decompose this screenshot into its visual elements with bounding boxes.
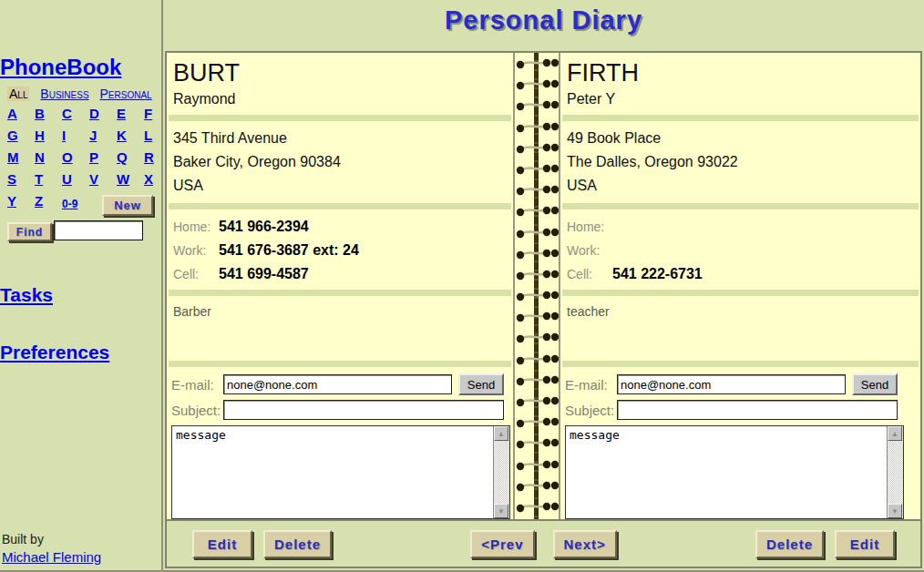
alpha-letter-Z[interactable]: Z <box>35 193 43 215</box>
divider <box>169 203 511 209</box>
filter-personal[interactable]: Personal <box>100 87 152 101</box>
alpha-letter-M[interactable]: M <box>7 149 19 171</box>
sidebar-item-tasks[interactable]: Tasks <box>0 284 53 306</box>
occupation-block: Barber <box>167 296 513 361</box>
email-label: E-mail: <box>171 377 223 393</box>
occupation-block: teacher <box>560 296 920 361</box>
address-line: USA <box>567 174 920 198</box>
send-button[interactable]: Send <box>852 373 898 395</box>
alpha-letter-L[interactable]: L <box>144 128 152 149</box>
subject-row: Subject: <box>560 398 901 422</box>
delete-button-right[interactable]: Delete <box>755 530 824 558</box>
email-field[interactable] <box>223 374 452 394</box>
cell-value: 541 699-4587 <box>219 266 309 282</box>
alpha-letter-N[interactable]: N <box>35 149 45 171</box>
alpha-letter-Y[interactable]: Y <box>7 193 16 215</box>
scroll-up-icon[interactable]: ▲ <box>494 426 508 441</box>
address-line: 345 Third Avenue <box>173 127 513 150</box>
alpha-letter-Q[interactable]: Q <box>117 149 128 171</box>
address-block: 49 Book Place The Dalles, Oregon 93022 U… <box>560 121 920 203</box>
alpha-letter-0-9[interactable]: 0-9 <box>62 198 77 210</box>
divider <box>562 361 919 367</box>
work-value: 541 676-3687 ext: 24 <box>219 242 359 259</box>
find-button[interactable]: Find <box>7 222 52 241</box>
address-block: 345 Third Avenue Baker City, Oregon 9038… <box>167 121 513 203</box>
alpha-letter-C[interactable]: C <box>62 106 72 128</box>
address-line: The Dalles, Oregon 93022 <box>567 150 920 174</box>
alpha-letter-A[interactable]: A <box>7 106 17 128</box>
alpha-letter-R[interactable]: R <box>144 149 154 171</box>
spiral-ring <box>515 306 559 327</box>
spiral-ring <box>515 53 559 74</box>
alpha-letter-U[interactable]: U <box>62 171 72 193</box>
alpha-letter-B[interactable]: B <box>35 106 45 128</box>
occupation: Barber <box>173 304 211 319</box>
alpha-letter-K[interactable]: K <box>117 128 127 149</box>
last-name: FIRTH <box>560 53 920 87</box>
message-text: message <box>172 426 509 444</box>
scroll-down-icon[interactable]: ▼ <box>888 504 902 518</box>
subject-field[interactable] <box>223 400 504 420</box>
prev-button[interactable]: <Prev <box>470 530 534 558</box>
filter-bar: All Business Personal <box>7 87 159 101</box>
alpha-letter-X[interactable]: X <box>144 171 153 193</box>
scroll-up-icon[interactable]: ▲ <box>888 426 902 441</box>
scroll-down-icon[interactable]: ▼ <box>494 504 508 518</box>
alpha-letter-S[interactable]: S <box>7 171 16 193</box>
spiral-ring <box>515 243 559 264</box>
message-text: message <box>566 426 903 444</box>
scrollbar[interactable]: ▲ ▼ <box>493 426 509 518</box>
alpha-letter-I[interactable]: I <box>62 128 66 149</box>
email-label: E-mail: <box>565 377 617 393</box>
next-button[interactable]: Next> <box>553 530 617 558</box>
filter-business[interactable]: Business <box>40 87 88 101</box>
divider <box>562 203 919 209</box>
alpha-letter-H[interactable]: H <box>35 128 45 149</box>
find-input[interactable] <box>54 220 143 240</box>
home-value: 541 966-2394 <box>219 219 309 235</box>
spiral-ring <box>515 496 559 517</box>
scrollbar[interactable]: ▲ ▼ <box>887 426 903 518</box>
alpha-letter-P[interactable]: P <box>89 149 98 171</box>
subject-field[interactable] <box>617 400 898 420</box>
alpha-letter-T[interactable]: T <box>35 171 43 193</box>
alpha-letter-O[interactable]: O <box>62 149 73 171</box>
spiral-ring <box>515 264 559 285</box>
home-label: Home: <box>567 220 612 234</box>
alpha-letter-G[interactable]: G <box>7 128 18 149</box>
edit-button-right[interactable]: Edit <box>835 530 895 558</box>
alpha-letter-W[interactable]: W <box>117 171 129 193</box>
divider <box>169 361 511 367</box>
filter-all[interactable]: All <box>7 87 29 101</box>
spiral-ring <box>515 327 559 348</box>
alpha-letter-F[interactable]: F <box>144 106 152 128</box>
spiral-ring <box>515 200 559 221</box>
spiral-ring <box>515 285 559 306</box>
phone-block: Home: Work: Cell: 541 222-6731 <box>560 209 920 290</box>
alpha-letter-V[interactable]: V <box>89 171 98 193</box>
new-button[interactable]: New <box>102 195 153 216</box>
spiral-ring <box>515 391 559 412</box>
delete-button-left[interactable]: Delete <box>263 530 332 558</box>
toolbar-right-half: Next> Delete Edit <box>548 530 921 558</box>
edit-button-left[interactable]: Edit <box>192 530 252 558</box>
message-textarea[interactable]: message ▲ ▼ <box>565 425 904 519</box>
spiral-ring <box>515 475 559 496</box>
subject-label: Subject: <box>171 403 223 418</box>
alpha-letter-E[interactable]: E <box>117 106 126 128</box>
alpha-letter-J[interactable]: J <box>89 128 97 149</box>
alpha-letter-D[interactable]: D <box>89 106 99 128</box>
phonebook-link[interactable]: PhoneBook <box>0 55 121 80</box>
home-label: Home: <box>173 220 219 234</box>
work-label: Work: <box>567 243 612 258</box>
sidebar-item-preferences[interactable]: Preferences <box>0 342 109 363</box>
message-textarea[interactable]: message ▲ ▼ <box>171 425 510 519</box>
email-field[interactable] <box>617 374 846 394</box>
first-name: Peter Y <box>560 87 920 115</box>
author-link[interactable]: Michael Fleming <box>2 549 101 565</box>
first-name: Raymond <box>167 87 513 115</box>
cell-label: Cell: <box>173 267 219 281</box>
send-button[interactable]: Send <box>458 373 504 395</box>
spiral-ring <box>515 74 559 95</box>
subject-row: Subject: <box>167 398 508 422</box>
